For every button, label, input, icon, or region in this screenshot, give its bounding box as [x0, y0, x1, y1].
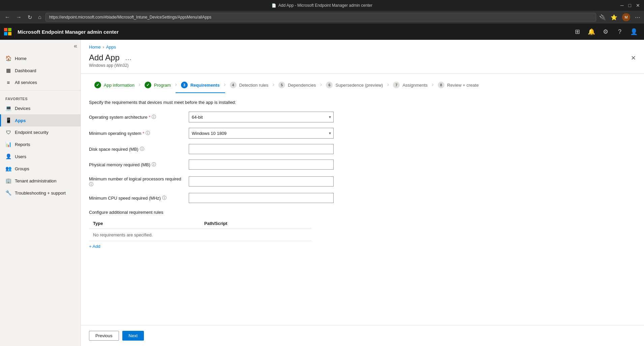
disk-space-label: Disk space required (MB) ⓘ [89, 146, 183, 152]
sidebar-item-groups[interactable]: 👥 Groups [0, 163, 81, 175]
maximize-btn[interactable]: □ [628, 3, 631, 8]
account-btn[interactable]: 👤 [628, 26, 640, 38]
endpoint-security-icon: 🛡 [5, 129, 11, 135]
home-icon: 🏠 [5, 55, 11, 61]
favorites-icon[interactable]: ⭐ [610, 13, 618, 22]
tab-app-information[interactable]: ✓ App information [89, 79, 140, 93]
disk-space-input[interactable] [189, 144, 334, 154]
browser-toolbar-icons: 🔌 ⭐ M ⋯ [598, 12, 641, 22]
breadcrumb-home[interactable]: Home [89, 45, 101, 50]
screen-icon-btn[interactable]: ⊞ [571, 26, 583, 38]
apps-icon: 📱 [5, 117, 11, 123]
main-layout: « 🏠 Home ▦ Dashboard ≡ All services FAVO… [0, 40, 644, 346]
min-os-label: Minimum operating system * ⓘ [89, 130, 183, 136]
min-os-select-wrapper: Windows 10 1607 Windows 10 1703 Windows … [189, 128, 334, 139]
forward-button[interactable]: → [14, 13, 24, 22]
tab-detection-rules[interactable]: 4 Detection rules [224, 79, 274, 93]
page-title: Add App [89, 53, 120, 62]
more-options-button[interactable]: … [123, 53, 134, 62]
sidebar-item-label: Reports [15, 142, 30, 147]
breadcrumb-sep-1: › [103, 45, 104, 50]
tab-assignments[interactable]: 7 Assignments [388, 79, 433, 93]
logical-proc-input[interactable] [189, 176, 334, 186]
tab-program[interactable]: ✓ Program [139, 79, 176, 93]
tab-num-6: 6 [326, 82, 333, 88]
home-button[interactable]: ⌂ [36, 13, 43, 22]
sidebar-item-dashboard[interactable]: ▦ Dashboard [0, 64, 81, 77]
app-title: Microsoft Endpoint Manager admin center [18, 29, 119, 35]
settings-btn[interactable]: ⚙ [600, 26, 612, 38]
required-star-1: * [149, 115, 150, 120]
tab-supersedence[interactable]: 6 Supersedence (preview) [320, 79, 388, 93]
tab-label-6: Supersedence (preview) [335, 83, 383, 88]
breadcrumb-apps[interactable]: Apps [106, 45, 116, 50]
tab-dependencies[interactable]: 5 Dependencies [273, 79, 321, 93]
sidebar-item-label: Endpoint security [15, 130, 49, 135]
troubleshooting-icon: 🔧 [5, 190, 11, 196]
sidebar-item-devices[interactable]: 💻 Devices [0, 102, 81, 114]
cpu-speed-label: Minimum CPU speed required (MHz) ⓘ [89, 195, 183, 201]
tab-label-1: App information [104, 83, 134, 88]
devices-icon: 💻 [5, 105, 11, 111]
sidebar-item-home[interactable]: 🏠 Home [0, 52, 81, 64]
form-description: Specify the requirements that devices mu… [89, 100, 636, 105]
previous-button[interactable]: Previous [89, 331, 119, 341]
min-os-select[interactable]: Windows 10 1607 Windows 10 1703 Windows … [189, 128, 334, 139]
menu-icon[interactable]: ⋯ [634, 13, 641, 22]
cpu-speed-info-icon[interactable]: ⓘ [162, 195, 166, 201]
path-script-column-header: Path/Script [200, 218, 311, 229]
sidebar-item-users[interactable]: 👤 Users [0, 150, 81, 163]
groups-icon: 👥 [5, 166, 11, 172]
tab-num-8: 8 [438, 82, 444, 88]
logical-proc-row: Minimum number of logical processors req… [89, 175, 636, 188]
tenant-admin-icon: 🏢 [5, 178, 11, 184]
close-btn[interactable]: ✕ [636, 3, 640, 8]
os-arch-select[interactable]: 32-bit 64-bit 32-bit and 64-bit [189, 112, 334, 122]
tab-review-create[interactable]: 8 Review + create [432, 79, 484, 93]
close-panel-button[interactable]: ✕ [628, 53, 639, 63]
os-arch-row: Operating system architecture * ⓘ 32-bit… [89, 112, 636, 122]
sidebar: « 🏠 Home ▦ Dashboard ≡ All services FAVO… [0, 40, 81, 346]
sidebar-collapse-btn[interactable]: « [70, 40, 81, 52]
all-services-icon: ≡ [5, 80, 11, 85]
cpu-speed-input[interactable] [189, 193, 334, 203]
sidebar-item-label: Devices [15, 106, 30, 111]
browser-title-center: 📄 Add App - Microsoft Endpoint Manager a… [272, 3, 372, 8]
notifications-btn[interactable]: 🔔 [585, 26, 597, 38]
browser-title-bar: 📄 Add App - Microsoft Endpoint Manager a… [0, 0, 644, 11]
sidebar-item-reports[interactable]: 📊 Reports [0, 138, 81, 150]
sidebar-item-label: All services [15, 80, 37, 85]
physical-mem-info-icon[interactable]: ⓘ [152, 162, 156, 168]
os-arch-select-wrapper: 32-bit 64-bit 32-bit and 64-bit ▾ [189, 112, 334, 122]
tab-num-1: ✓ [94, 82, 101, 88]
logical-proc-info-icon[interactable]: ⓘ [89, 182, 93, 187]
next-button[interactable]: Next [122, 331, 144, 341]
sidebar-item-endpoint-security[interactable]: 🛡 Endpoint security [0, 126, 81, 138]
minimize-btn[interactable]: ─ [620, 3, 624, 8]
profile-area[interactable]: M [621, 12, 631, 22]
disk-space-info-icon[interactable]: ⓘ [140, 146, 144, 152]
min-os-info-icon[interactable]: ⓘ [146, 130, 150, 136]
back-button[interactable]: ← [3, 13, 12, 22]
window-controls[interactable]: ─ □ ✕ [620, 3, 640, 8]
refresh-button[interactable]: ↻ [26, 13, 34, 22]
sidebar-item-tenant-admin[interactable]: 🏢 Tenant administration [0, 175, 81, 187]
address-bar[interactable] [45, 13, 596, 22]
sidebar-item-troubleshooting[interactable]: 🔧 Troubleshooting + support [0, 187, 81, 199]
extensions-icon[interactable]: 🔌 [598, 13, 607, 22]
tab-label-7: Assignments [402, 83, 427, 88]
logo-red [4, 28, 7, 31]
additional-req-label: Configure additional requirement rules [89, 210, 636, 215]
wizard-tabs: ✓ App information › ✓ Program › 3 Requir… [81, 74, 644, 93]
physical-mem-input[interactable] [189, 160, 334, 170]
reports-icon: 📊 [5, 141, 11, 147]
user-profile-icon[interactable]: M [622, 13, 630, 21]
sidebar-item-apps[interactable]: 📱 Apps [0, 114, 81, 126]
add-rule-link[interactable]: + Add [89, 244, 100, 249]
sidebar-item-all-services[interactable]: ≡ All services [0, 77, 81, 88]
os-arch-info-icon[interactable]: ⓘ [152, 114, 156, 120]
tab-label-4: Detection rules [239, 83, 269, 88]
disk-space-row: Disk space required (MB) ⓘ [89, 144, 636, 154]
help-btn[interactable]: ? [614, 26, 626, 38]
tab-requirements[interactable]: 3 Requirements [176, 79, 225, 93]
